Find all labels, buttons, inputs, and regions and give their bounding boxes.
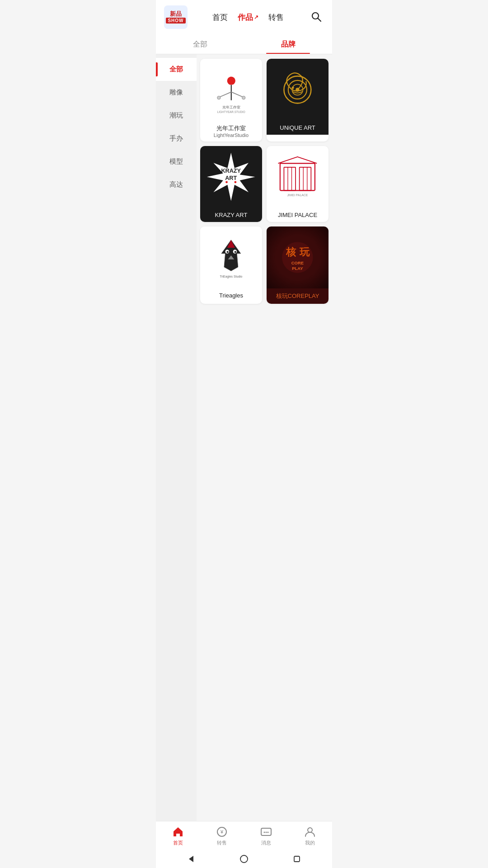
back-button[interactable] bbox=[186, 854, 197, 864]
home-icon bbox=[172, 826, 184, 838]
search-button[interactable] bbox=[309, 9, 324, 26]
home-system-button[interactable] bbox=[239, 854, 249, 864]
brand-name-coreplay: 核玩COREPLAY bbox=[267, 288, 328, 304]
brand-card-coreplay[interactable]: 核 玩 CORE PLAY 核玩COREPLAY bbox=[267, 226, 328, 304]
bottom-nav-resell-label: 转售 bbox=[217, 840, 227, 846]
svg-point-32 bbox=[227, 251, 229, 253]
brand-card-unique[interactable]: UNiQUE ART bbox=[267, 59, 328, 142]
brand-logo-jimei: JIMEI PALACE bbox=[267, 146, 328, 208]
sidebar-item-chaoku[interactable]: 潮玩 bbox=[156, 104, 197, 127]
svg-text:玩: 玩 bbox=[299, 246, 310, 258]
top-navigation: 新品 SHOW 首页 作品 转售 bbox=[156, 0, 332, 34]
svg-point-18 bbox=[225, 181, 228, 184]
app-logo[interactable]: 新品 SHOW bbox=[164, 5, 188, 29]
brand-grid: 光年工作室 LIGHTYEAR.STUDIO 光年工作室 LightYearSt… bbox=[197, 54, 332, 841]
brand-logo-lightyear: 光年工作室 LIGHTYEAR.STUDIO bbox=[200, 59, 262, 121]
brand-logo-coreplay: 核 玩 CORE PLAY bbox=[267, 226, 328, 288]
svg-point-46 bbox=[265, 832, 267, 833]
brand-logo-trieagles: TriEagles Studio bbox=[200, 226, 262, 288]
bottom-navigation: 首页 ¥ 转售 消息 我的 bbox=[156, 821, 332, 850]
bottom-nav-home-label: 首页 bbox=[173, 840, 183, 846]
brand-name-jimei: JIMEI PALACE bbox=[267, 208, 328, 222]
message-icon bbox=[260, 826, 272, 838]
bottom-nav-message-label: 消息 bbox=[261, 840, 271, 846]
svg-text:KRAZY: KRAZY bbox=[221, 168, 241, 174]
logo-bottom-text: SHOW bbox=[166, 18, 185, 24]
svg-rect-22 bbox=[300, 167, 311, 190]
svg-point-47 bbox=[267, 832, 268, 833]
bottom-nav-message[interactable]: 消息 bbox=[244, 821, 288, 850]
svg-text:ART: ART bbox=[225, 175, 237, 181]
bottom-nav-resell[interactable]: ¥ 转售 bbox=[200, 821, 244, 850]
sidebar-item-all[interactable]: 全部 bbox=[156, 58, 197, 81]
brand-name-krazy: KRAZY ART bbox=[200, 208, 262, 222]
sidebar-item-model[interactable]: 模型 bbox=[156, 150, 197, 173]
bottom-nav-mine-label: 我的 bbox=[305, 840, 315, 846]
svg-point-13 bbox=[296, 88, 300, 92]
svg-point-7 bbox=[242, 96, 245, 99]
svg-point-48 bbox=[308, 828, 312, 832]
brand-logo-unique bbox=[267, 59, 328, 121]
svg-rect-51 bbox=[294, 856, 300, 862]
svg-point-6 bbox=[217, 96, 220, 99]
svg-line-4 bbox=[219, 92, 231, 97]
svg-point-19 bbox=[235, 181, 237, 184]
svg-text:PLAY: PLAY bbox=[292, 266, 303, 271]
bottom-nav-home[interactable]: 首页 bbox=[156, 821, 200, 850]
sidebar: 全部 雕像 潮玩 手办 模型 高达 bbox=[156, 54, 197, 841]
brand-name-trieagles: Trieagles bbox=[200, 288, 262, 302]
sidebar-item-sculpture[interactable]: 雕像 bbox=[156, 81, 197, 104]
svg-text:TriEagles Studio: TriEagles Studio bbox=[220, 275, 243, 278]
brand-name-unique: UNiQUE ART bbox=[267, 121, 328, 135]
logo-top-text: 新品 bbox=[170, 11, 182, 17]
resell-icon: ¥ bbox=[216, 826, 228, 838]
tab-brand[interactable]: 品牌 bbox=[244, 34, 332, 54]
svg-point-45 bbox=[263, 832, 265, 833]
nav-works[interactable]: 作品 bbox=[238, 12, 258, 23]
bottom-nav-mine[interactable]: 我的 bbox=[288, 821, 333, 850]
svg-line-1 bbox=[318, 18, 321, 21]
svg-text:CORE: CORE bbox=[291, 260, 304, 265]
profile-icon bbox=[304, 826, 316, 838]
svg-marker-49 bbox=[189, 856, 193, 862]
content-area: 全部 雕像 潮玩 手办 模型 高达 bbox=[156, 54, 332, 841]
brand-logo-krazy: KRAZY ART bbox=[200, 146, 262, 208]
svg-text:¥: ¥ bbox=[220, 829, 224, 835]
svg-text:JIMEI PALACE: JIMEI PALACE bbox=[287, 193, 308, 197]
brand-name-lightyear: 光年工作室 LightYearStudio bbox=[200, 121, 262, 142]
brand-card-krazy[interactable]: KRAZY ART KRAZY ART bbox=[200, 146, 262, 222]
svg-rect-21 bbox=[284, 167, 296, 190]
sidebar-item-figure[interactable]: 手办 bbox=[156, 127, 197, 150]
svg-line-5 bbox=[231, 92, 244, 97]
tab-all[interactable]: 全部 bbox=[156, 34, 244, 54]
brand-card-trieagles[interactable]: TriEagles Studio Trieagles bbox=[200, 226, 262, 304]
nav-home[interactable]: 首页 bbox=[212, 12, 228, 23]
brand-card-lightyear[interactable]: 光年工作室 LIGHTYEAR.STUDIO 光年工作室 LightYearSt… bbox=[200, 59, 262, 142]
svg-point-33 bbox=[235, 251, 236, 253]
svg-point-14 bbox=[292, 87, 294, 89]
nav-links: 首页 作品 转售 bbox=[212, 12, 284, 23]
svg-text:光年工作室: 光年工作室 bbox=[222, 105, 240, 109]
sidebar-item-gundam[interactable]: 高达 bbox=[156, 173, 197, 196]
tab-bar: 全部 品牌 bbox=[156, 34, 332, 54]
svg-point-2 bbox=[227, 76, 235, 85]
brand-card-jimei[interactable]: JIMEI PALACE JIMEI PALACE bbox=[267, 146, 328, 222]
svg-text:LIGHTYEAR.STUDIO: LIGHTYEAR.STUDIO bbox=[217, 110, 245, 113]
system-bar bbox=[156, 850, 332, 868]
svg-text:核: 核 bbox=[286, 246, 296, 258]
svg-point-50 bbox=[240, 855, 248, 863]
nav-resell[interactable]: 转售 bbox=[268, 12, 284, 23]
recents-button[interactable] bbox=[291, 854, 302, 864]
search-icon bbox=[310, 11, 322, 23]
